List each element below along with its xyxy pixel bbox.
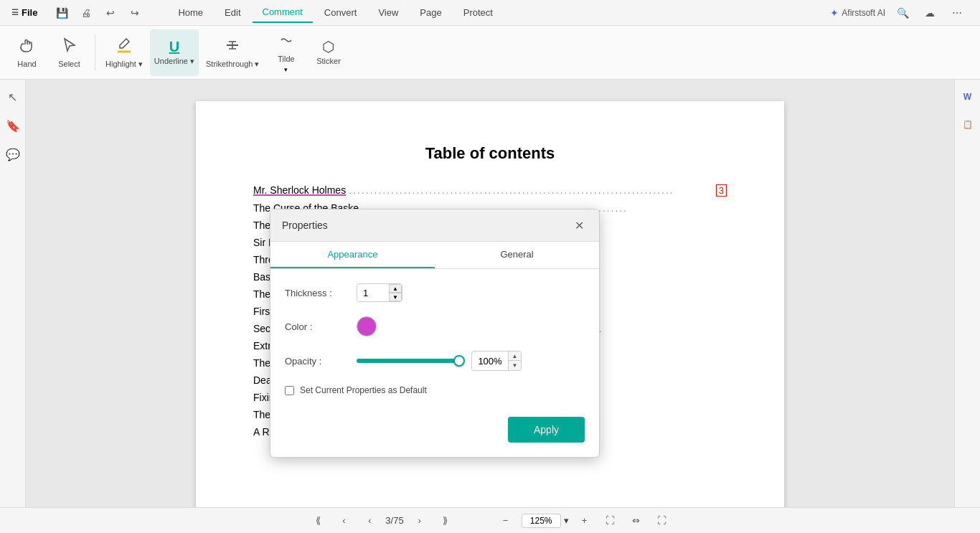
fit-width-button[interactable]: ⇔ <box>626 511 646 531</box>
hand-icon <box>19 37 36 57</box>
tab-comment[interactable]: Comment <box>253 2 313 23</box>
cloud-button[interactable]: ☁ <box>920 3 940 23</box>
file-label: File <box>22 7 37 18</box>
thickness-control: ▲ ▼ <box>357 283 402 302</box>
prev-page-button[interactable]: ‹ <box>334 511 354 531</box>
opacity-slider-track[interactable] <box>357 359 464 363</box>
set-default-checkbox[interactable] <box>285 386 294 395</box>
dialog-header: Properties ✕ <box>270 209 599 242</box>
right-sidebar: W 📋 <box>954 80 980 507</box>
main-area: ↖ 🔖 💬 Table of contents Mr. Sherlock Hol… <box>0 80 980 507</box>
highlight-icon <box>116 37 133 57</box>
toolbar: Hand Select Highlight ▾ U Underline ▾ <box>0 26 980 80</box>
nav-tabs: Home Edit Comment Convert View Page Prot… <box>168 2 827 23</box>
ai-button[interactable]: ✦ Afirstsoft AI <box>830 7 885 19</box>
toolbar-sticker[interactable]: ⬡ Sticker <box>308 29 348 76</box>
toc-page-0: 3 <box>716 184 727 197</box>
thickness-row: Thickness : ▲ ▼ <box>285 283 585 302</box>
toolbar-hand[interactable]: Hand <box>7 29 47 76</box>
opacity-slider-thumb[interactable] <box>453 355 465 367</box>
document-title: Table of contents <box>253 144 727 163</box>
opacity-control: ▲ ▼ <box>357 351 522 371</box>
toc-text-0: Mr. Sherlock Holmes <box>253 184 346 196</box>
first-page-button[interactable]: ⟪ <box>308 511 328 531</box>
color-row: Color : <box>285 316 585 336</box>
menu-bar: ☰ File 💾 🖨 ↩ ↪ Home Edit Comment Convert… <box>0 0 980 26</box>
save-button[interactable]: 💾 <box>52 3 72 23</box>
back-button[interactable]: ‹ <box>359 511 380 531</box>
underline-icon: U <box>169 39 179 54</box>
print-button[interactable]: 🖨 <box>76 3 96 23</box>
undo-button[interactable]: ↩ <box>100 3 121 23</box>
thickness-spinner: ▲ ▼ <box>389 284 402 301</box>
strikethrough-label: Strikethrough ▾ <box>206 60 259 69</box>
highlight-label: Highlight ▾ <box>105 60 143 69</box>
select-icon <box>61 37 78 57</box>
tab-general[interactable]: General <box>435 242 599 268</box>
zoom-control: ▾ <box>522 514 569 528</box>
set-default-label[interactable]: Set Current Properties as Default <box>300 385 427 395</box>
underline-label: Underline ▾ <box>154 57 194 66</box>
zoom-dropdown-arrow[interactable]: ▾ <box>564 515 569 526</box>
toc-row-0: Mr. Sherlock Holmes ....................… <box>253 184 727 197</box>
tab-page[interactable]: Page <box>410 3 451 22</box>
toolbar-underline[interactable]: U Underline ▾ <box>150 29 199 76</box>
fit-page-button[interactable]: ⛶ <box>600 511 621 531</box>
sticker-label: Sticker <box>316 57 341 65</box>
tab-convert[interactable]: Convert <box>314 3 367 22</box>
tab-edit[interactable]: Edit <box>215 3 250 22</box>
dialog-close-button[interactable]: ✕ <box>570 217 588 234</box>
zoom-out-button[interactable]: − <box>496 511 516 531</box>
thickness-field[interactable]: ▲ ▼ <box>357 283 402 302</box>
dialog-body: Thickness : ▲ ▼ <box>270 269 599 410</box>
page-info: 3/75 <box>385 515 403 526</box>
zoom-input[interactable] <box>522 514 561 528</box>
toolbar-strikethrough[interactable]: Strikethrough ▾ <box>202 29 263 76</box>
tab-view[interactable]: View <box>368 3 408 22</box>
sidebar-cursor-icon[interactable]: ↖ <box>3 87 23 107</box>
bottom-bar: ⟪ ‹ ‹ 3/75 › ⟫ − ▾ + ⛶ ⇔ ⛶ <box>0 507 980 533</box>
thickness-down[interactable]: ▼ <box>389 293 402 301</box>
more-button[interactable]: ⋯ <box>947 3 967 23</box>
toolbar-highlight[interactable]: Highlight ▾ <box>101 29 147 76</box>
toolbar-tilde[interactable]: Tilde ▾ <box>266 29 306 76</box>
fullscreen-button[interactable]: ⛶ <box>652 511 672 531</box>
right-sidebar-notes-icon[interactable]: 📋 <box>958 114 978 134</box>
thickness-input[interactable] <box>357 285 389 301</box>
tab-appearance[interactable]: Appearance <box>270 242 435 268</box>
opacity-input-wrap: ▲ ▼ <box>471 351 522 371</box>
right-nav: ✦ Afirstsoft AI 🔍 ☁ ⋯ <box>830 3 974 23</box>
toc-dots-0: ........................................… <box>346 184 716 196</box>
search-button[interactable]: 🔍 <box>892 3 913 23</box>
last-page-button[interactable]: ⟫ <box>435 511 456 531</box>
strikethrough-icon <box>224 37 241 57</box>
left-sidebar: ↖ 🔖 💬 <box>0 80 26 507</box>
apply-button[interactable]: Apply <box>508 417 585 443</box>
file-menu[interactable]: ☰ File <box>6 4 43 21</box>
dialog-title: Properties <box>282 220 328 231</box>
thickness-up[interactable]: ▲ <box>389 284 402 293</box>
dialog-footer: Apply <box>270 410 599 457</box>
right-sidebar-translate-icon[interactable]: W <box>958 87 978 107</box>
tab-protect[interactable]: Protect <box>453 3 503 22</box>
opacity-label: Opacity : <box>285 356 357 367</box>
toolbar-select[interactable]: Select <box>50 29 89 76</box>
sticker-icon: ⬡ <box>322 39 334 54</box>
dialog-tabs: Appearance General <box>270 242 599 269</box>
ai-label: Afirstsoft AI <box>842 8 885 18</box>
redo-button[interactable]: ↪ <box>125 3 145 23</box>
opacity-spinners: ▲ ▼ <box>508 352 521 370</box>
tab-home[interactable]: Home <box>168 3 213 22</box>
sidebar-comment-icon[interactable]: 💬 <box>3 144 23 164</box>
sidebar-bookmark-icon[interactable]: 🔖 <box>3 115 23 136</box>
opacity-input[interactable] <box>472 353 508 369</box>
color-swatch[interactable] <box>357 316 377 336</box>
zoom-in-button[interactable]: + <box>575 511 595 531</box>
default-checkbox-row: Set Current Properties as Default <box>285 385 585 395</box>
color-control <box>357 316 377 336</box>
document-area: Table of contents Mr. Sherlock Holmes ..… <box>26 80 954 507</box>
opacity-down[interactable]: ▼ <box>508 361 521 370</box>
opacity-up[interactable]: ▲ <box>508 352 521 361</box>
next-button[interactable]: › <box>410 511 430 531</box>
sep-1 <box>95 34 95 70</box>
